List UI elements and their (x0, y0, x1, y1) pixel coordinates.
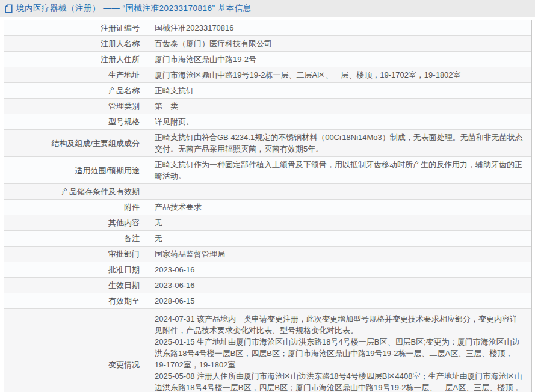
row-value-text: 无 (155, 233, 523, 244)
row-label-text: 审批部门 (108, 248, 140, 260)
row-value: 产品技术要求 (147, 200, 531, 215)
row-label: 有效期至 (4, 293, 147, 308)
row-label: 产品名称 (4, 83, 147, 98)
row-label-text: 变更情况 (108, 359, 140, 370)
table-row: 生产地址厦门市海沧区鼎山中路19号19-2栋一层、二层A区、三层、楼顶，19-1… (4, 67, 531, 83)
row-label-text: 生效日期 (108, 280, 140, 291)
row-label-text: 有效期至 (108, 295, 140, 307)
change-paragraph: 2025-05-08 注册人住所由厦门市海沧区山边洪东路18号4号楼四层B区44… (155, 370, 523, 392)
table-row: 注册人住所厦门市海沧区鼎山中路19-2号 (4, 52, 531, 67)
row-value: 百齿泰（厦门）医疗科技有限公司 (147, 36, 531, 51)
row-value: 2023-06-16 (147, 262, 531, 277)
row-value: 2023-06-16 (147, 278, 531, 293)
row-label-text: 产品储存条件及有效期 (61, 186, 140, 197)
table-row: 变更情况2024-07-31 该产品境内三类申请变更注册，此次变更增加型号规格并… (4, 309, 531, 392)
row-label-text: 批准日期 (108, 264, 140, 275)
row-value: 详见附页。 (147, 114, 531, 129)
row-label: 生效日期 (4, 278, 147, 293)
row-value: 国械注准20233170816 (147, 20, 531, 35)
row-value: 无 (147, 231, 531, 246)
table-row: 管理类别第三类 (4, 99, 531, 114)
row-label: 型号规格 (4, 114, 147, 129)
table-row: 附件产品技术要求 (4, 200, 531, 215)
row-value: 厦门市海沧区鼎山中路19-2号 (147, 52, 531, 67)
row-label-text: 注册人名称 (101, 38, 140, 49)
row-label: 备注 (4, 231, 147, 246)
row-value (147, 184, 531, 199)
row-label: 生产地址 (4, 67, 147, 82)
page-title: 境内医疗器械（注册） —— “国械注准20233170816” 基本信息 (16, 3, 252, 14)
row-value-text: 厦门市海沧区鼎山中路19-2号 (155, 54, 523, 65)
row-label-text: 型号规格 (108, 116, 140, 127)
row-value: 正畸支抗钉作为一种固定部件植入上颌骨及下颌骨，用以抵制牙齿移动时所产生的反作用力… (147, 157, 531, 183)
row-label: 管理类别 (4, 99, 147, 114)
table-row: 产品名称正畸支抗钉 (4, 83, 531, 99)
table-row: 审批部门国家药品监督管理局 (4, 247, 531, 262)
row-value-text: 国家药品监督管理局 (155, 248, 523, 260)
change-paragraph: 2025-01-15 生产地址由厦门市海沧区山边洪东路18号4号楼一层B区、四层… (155, 336, 523, 370)
table-row: 产品储存条件及有效期 (4, 184, 531, 200)
row-value-text: 2023-06-16 (155, 264, 523, 275)
change-paragraph: 2024-07-31 该产品境内三类申请变更注册，此次变更增加型号规格并变更技术… (155, 313, 523, 336)
row-label: 审批部门 (4, 247, 147, 262)
table-row: 适用范围/预期用途正畸支抗钉作为一种固定部件植入上颌骨及下颌骨，用以抵制牙齿移动… (4, 157, 531, 184)
row-label: 产品储存条件及有效期 (4, 184, 147, 199)
row-label-text: 注册人住所 (101, 54, 140, 65)
row-label-text: 附件 (124, 201, 140, 213)
row-label: 结构及组成/主要组成成分 (4, 130, 147, 156)
row-label-text: 其他内容 (108, 217, 140, 228)
row-value-text: 产品技术要求 (155, 201, 523, 213)
row-value: 厦门市海沧区鼎山中路19号19-2栋一层、二层A区、三层、楼顶，19-1702室… (147, 67, 531, 82)
table-row: 备注无 (4, 231, 531, 247)
row-value-text: 正畸支抗钉由符合GB 4234.1规定的不锈钢材料（00Cr18Ni14Mo3）… (155, 132, 523, 155)
row-value-text: 2023-06-16 (155, 280, 523, 291)
row-value-text: 正畸支抗钉 (155, 85, 523, 96)
row-value-text: 无 (155, 217, 523, 228)
row-label: 注册人名称 (4, 36, 147, 51)
row-value-text: 百齿泰（厦门）医疗科技有限公司 (155, 38, 523, 49)
row-value-text: 2028-06-15 (155, 295, 523, 307)
row-label-text: 注册证编号 (101, 22, 140, 34)
row-label-text: 适用范围/预期用途 (75, 165, 140, 176)
table-row: 注册人名称百齿泰（厦门）医疗科技有限公司 (4, 36, 531, 52)
row-label: 变更情况 (4, 309, 147, 392)
row-label: 注册人住所 (4, 52, 147, 67)
row-value: 正畸支抗钉 (147, 83, 531, 98)
row-value: 2024-07-31 该产品境内三类申请变更注册，此次变更增加型号规格并变更技术… (147, 309, 531, 392)
row-label: 附件 (4, 200, 147, 215)
row-value-text: 详见附页。 (155, 116, 523, 127)
registration-info-table: 注册证编号国械注准20233170816注册人名称百齿泰（厦门）医疗科技有限公司… (4, 20, 532, 392)
row-label: 批准日期 (4, 262, 147, 277)
row-label-text: 管理类别 (108, 100, 140, 112)
table-row: 注册证编号国械注准20233170816 (4, 20, 531, 36)
row-label: 适用范围/预期用途 (4, 157, 147, 183)
row-value: 国家药品监督管理局 (147, 247, 531, 262)
document-icon (5, 4, 13, 13)
row-label-text: 备注 (124, 233, 140, 244)
row-value: 2028-06-15 (147, 293, 531, 308)
table-row: 批准日期2023-06-16 (4, 262, 531, 278)
table-row: 生效日期2023-06-16 (4, 278, 531, 293)
page-header: 境内医疗器械（注册） —— “国械注准20233170816” 基本信息 (0, 0, 535, 17)
row-value: 正畸支抗钉由符合GB 4234.1规定的不锈钢材料（00Cr18Ni14Mo3）… (147, 130, 531, 156)
row-label-text: 生产地址 (108, 69, 140, 81)
table-row: 型号规格详见附页。 (4, 114, 531, 130)
row-label-text: 产品名称 (108, 85, 140, 96)
row-value-text: 厦门市海沧区鼎山中路19号19-2栋一层、二层A区、三层、楼顶，19-1702室… (155, 69, 523, 81)
row-value: 第三类 (147, 99, 531, 114)
row-label: 注册证编号 (4, 20, 147, 35)
row-value-text: 第三类 (155, 100, 523, 112)
row-label-text: 结构及组成/主要组成成分 (51, 138, 140, 149)
row-label: 其他内容 (4, 215, 147, 230)
row-value-text: 国械注准20233170816 (155, 22, 523, 34)
row-value-text: 正畸支抗钉作为一种固定部件植入上颌骨及下颌骨，用以抵制牙齿移动时所产生的反作用力… (155, 159, 523, 182)
row-value: 无 (147, 215, 531, 230)
table-row: 结构及组成/主要组成成分正畸支抗钉由符合GB 4234.1规定的不锈钢材料（00… (4, 130, 531, 157)
table-row: 有效期至2028-06-15 (4, 293, 531, 309)
table-row: 其他内容无 (4, 215, 531, 231)
